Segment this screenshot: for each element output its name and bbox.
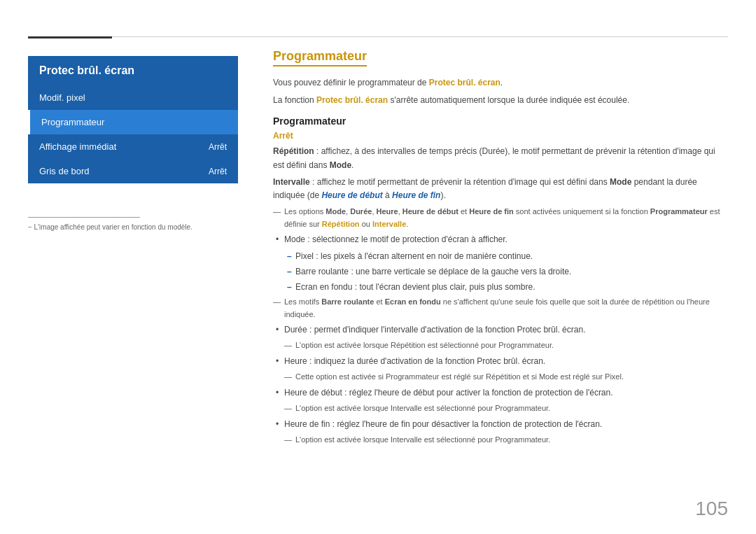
intro2-end: s'arrête automatiquement lorsque la duré… [388,95,629,105]
page-title: Programmateur [273,49,367,66]
sidebar-item-label: Modif. pixel [39,92,85,103]
note-pixel: Cette option est activée si Programmateu… [273,371,728,384]
sidebar-item-value: Arrêt [209,142,227,152]
sub-ecran: Ecran en fondu : tout l'écran devient pl… [273,281,728,294]
bullet-mode: Mode : sélectionnez le motif de protecti… [273,233,728,246]
note-options: Les options Mode, Durée, Heure, Heure de… [273,206,728,230]
main-content: Programmateur Vous pouvez définir le pro… [273,49,728,449]
sidebar-item-label: Programmateur [41,117,104,127]
body-repetition: Répétition : affichez, à des intervalles… [273,145,728,171]
note-repetition: L'option est activée lorsque Répétition … [273,339,728,352]
footnote-text: − L'image affichée peut varier en foncti… [28,223,192,231]
bullet-heure-fin: Heure de fin : réglez l'heure de fin pou… [273,418,728,431]
intro2-start: La fonction [273,95,316,105]
bullet-heure-debut: Heure de début : réglez l'heure de début… [273,386,728,400]
top-accent [28,36,112,38]
top-rule [28,36,728,37]
intro1-text: Vous pouvez définir le programmateur de [273,78,429,87]
sidebar-item-modif[interactable]: Modif. pixel [28,85,238,110]
sidebar-item-label: Affichage immédiat [39,141,116,152]
intro1-end: . [500,78,503,87]
sidebar-item-affichage[interactable]: Affichage immédiat Arrêt [28,134,238,159]
sub-barre: Barre roulante : une barre verticale se … [273,265,728,279]
repetition-label: Répétition [273,146,314,156]
sidebar: Protec brûl. écran Modif. pixel Programm… [28,56,238,183]
status-label: Arrêt [273,131,728,141]
sidebar-item-programmateur[interactable]: Programmateur [28,110,238,134]
sidebar-item-gris[interactable]: Gris de bord Arrêt [28,159,238,183]
sidebar-title: Protec brûl. écran [28,56,238,85]
sidebar-footnote: − L'image affichée peut varier en foncti… [28,217,238,232]
bullet-heure: Heure : indiquez la durée d'activation d… [273,355,728,368]
intro2-bold: Protec brûl. écran [316,95,388,105]
note-intervalle-2: L'option est activée lorsque Intervalle … [273,434,728,447]
page-number: 105 [695,498,728,520]
intro1-bold: Protec brûl. écran [429,78,500,87]
note-intervalle-1: L'option est activée lorsque Intervalle … [273,402,728,415]
bullet-duree: Durée : permet d'indiquer l'intervalle d… [273,323,728,337]
sub-pixel: Pixel : les pixels à l'écran alternent e… [273,250,728,263]
body-intervalle: Intervalle : affichez le motif permettan… [273,176,728,202]
intro-line-1: Vous pouvez définir le programmateur de … [273,76,728,90]
intro-line-2: La fonction Protec brûl. écran s'arrête … [273,94,728,107]
note-barre: Les motifs Barre roulante et Ecran en fo… [273,296,728,321]
sidebar-item-value: Arrêt [209,167,227,176]
sidebar-item-label: Gris de bord [39,166,90,176]
section-title: Programmateur [273,115,728,127]
